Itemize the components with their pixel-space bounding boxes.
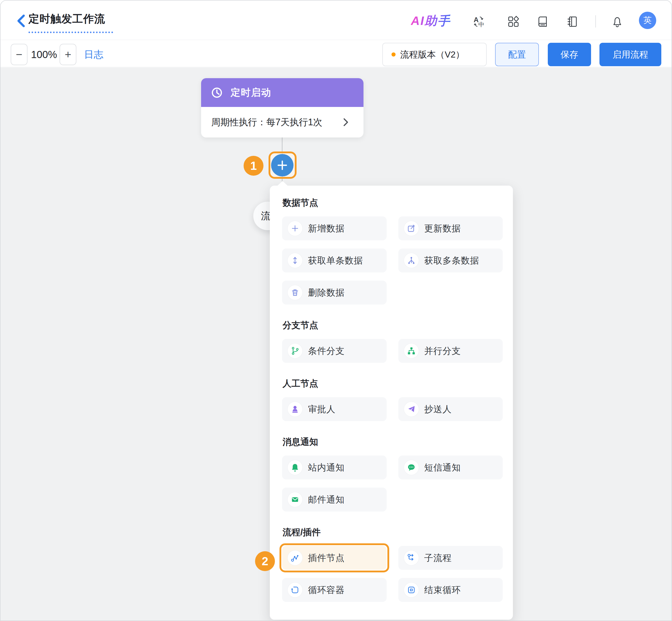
menu-section-title: 数据节点: [283, 197, 503, 209]
menu-item-subflow[interactable]: 子流程: [398, 546, 503, 570]
add-node-button[interactable]: [271, 154, 293, 176]
menu-item-label: 子流程: [424, 552, 452, 564]
menu-section: 数据节点新增数据更新数据获取单条数据获取多条数据删除数据: [282, 197, 503, 304]
single-record-icon: [288, 253, 302, 268]
bell-filled-icon: [288, 460, 302, 475]
trigger-node-header: 定时启动: [201, 78, 364, 107]
menu-item-label: 更新数据: [424, 222, 461, 235]
menu-section: 人工节点审批人抄送人: [282, 378, 503, 421]
apps-icon[interactable]: [507, 15, 520, 29]
menu-item-label: 插件节点: [308, 552, 345, 564]
edit-icon: [404, 221, 419, 236]
notification-bell-icon[interactable]: [611, 15, 624, 29]
menu-item-label: 获取单条数据: [308, 255, 363, 266]
menu-item-loop-container[interactable]: 循环容器: [282, 578, 387, 602]
menu-item-cc-person[interactable]: 抄送人: [398, 397, 503, 421]
book-icon[interactable]: [536, 15, 550, 29]
menu-item-label: 短信通知: [424, 462, 461, 473]
menu-section: 分支节点条件分支并行分支: [282, 319, 503, 363]
menu-arrow: [277, 181, 288, 186]
mail-icon: [288, 492, 302, 507]
trigger-node[interactable]: 定时启动 周期性执行：每7天执行1次: [201, 78, 364, 137]
menu-item-condition-branch[interactable]: 条件分支: [282, 339, 387, 363]
translate-icon[interactable]: A 中: [472, 15, 486, 29]
ai-assistant-logo[interactable]: AI助手: [411, 13, 451, 29]
plugin-icon: [288, 550, 302, 565]
menu-item-approver[interactable]: 审批人: [282, 397, 387, 421]
add-node-menu: 数据节点新增数据更新数据获取单条数据获取多条数据删除数据分支节点条件分支并行分支…: [270, 185, 513, 620]
menu-section-title: 消息通知: [283, 436, 503, 448]
loop-icon: [288, 583, 302, 597]
menu-section: 消息通知站内通知短信通知邮件通知: [282, 436, 503, 511]
app-header: 定时触发工作流 AI助手 A 中: [1, 1, 671, 40]
menu-section-title: 分支节点: [283, 319, 503, 331]
menu-item-sms-notification[interactable]: 短信通知: [398, 456, 503, 480]
menu-item-label: 站内通知: [308, 462, 345, 473]
header-divider: [595, 15, 596, 28]
org-chart-icon: [404, 343, 419, 358]
menu-item-get-single-data[interactable]: 获取单条数据: [282, 249, 387, 273]
page-title: 定时触发工作流: [29, 12, 105, 26]
trigger-node-title: 定时启动: [230, 86, 271, 99]
annotation-step-1: 1: [244, 156, 263, 176]
menu-item-delete-data[interactable]: 删除数据: [282, 281, 387, 304]
version-label: 流程版本（V2）: [400, 49, 465, 60]
menu-item-email-notification[interactable]: 邮件通知: [282, 488, 387, 511]
version-dot-icon: [391, 52, 395, 56]
enable-flow-button[interactable]: 启用流程: [599, 43, 661, 66]
menu-item-label: 新增数据: [308, 222, 345, 235]
end-loop-icon: [404, 583, 419, 597]
back-icon[interactable]: [15, 14, 27, 28]
trash-icon: [288, 285, 302, 300]
plus-icon: [276, 159, 288, 171]
svg-text:A: A: [474, 16, 479, 24]
flow-canvas[interactable]: 定时启动 周期性执行：每7天执行1次 流 1 数据节点新增数据更新数据获取单条数…: [1, 68, 671, 621]
log-link[interactable]: 日志: [84, 44, 103, 65]
flow-version-button[interactable]: 流程版本（V2）: [382, 43, 487, 66]
menu-item-label: 抄送人: [424, 403, 452, 415]
menu-item-label: 条件分支: [308, 345, 345, 357]
menu-item-label: 删除数据: [308, 287, 345, 299]
paper-plane-icon: [404, 402, 419, 417]
git-branch-icon: [288, 343, 302, 358]
save-button[interactable]: 保存: [548, 43, 591, 66]
chat-icon: [404, 460, 419, 475]
annotation-step-2: 2: [255, 551, 275, 571]
menu-item-parallel-branch[interactable]: 并行分支: [398, 339, 503, 363]
menu-item-site-notification[interactable]: 站内通知: [282, 456, 387, 480]
multi-record-icon: [404, 253, 419, 268]
svg-text:中: 中: [478, 21, 484, 28]
menu-item-update-data[interactable]: 更新数据: [398, 216, 503, 240]
zoom-level: 100%: [31, 44, 57, 65]
menu-item-label: 结束循环: [424, 584, 461, 596]
menu-section-title: 流程/插件: [283, 526, 503, 538]
menu-item-label: 审批人: [308, 403, 335, 415]
title-underline: [29, 32, 113, 33]
clock-icon: [210, 86, 224, 100]
zoom-out-button[interactable]: −: [11, 44, 28, 65]
trigger-node-config-row[interactable]: 周期性执行：每7天执行1次: [201, 107, 364, 137]
menu-item-label: 循环容器: [308, 584, 345, 596]
menu-item-plugin-node[interactable]: 插件节点: [282, 546, 387, 570]
menu-section: 流程/插件插件节点子流程循环容器结束循环: [282, 526, 503, 602]
config-button[interactable]: 配置: [495, 43, 539, 66]
zoom-in-button[interactable]: +: [59, 44, 76, 65]
menu-item-label: 获取多条数据: [424, 255, 479, 266]
editor-toolbar: − 100% + 日志 流程版本（V2） 配置 保存 启用流程: [1, 40, 671, 67]
workflow-editor-window: 定时触发工作流 AI助手 A 中: [0, 0, 672, 621]
plus-icon: [288, 221, 302, 236]
menu-item-get-multi-data[interactable]: 获取多条数据: [398, 249, 503, 273]
subflow-icon: [404, 550, 419, 565]
menu-item-end-loop[interactable]: 结束循环: [398, 578, 503, 602]
menu-item-label: 并行分支: [424, 345, 461, 357]
user-avatar[interactable]: 英: [639, 12, 656, 29]
trigger-schedule-text: 周期性执行：每7天执行1次: [211, 116, 322, 129]
menu-item-label: 邮件通知: [308, 494, 345, 506]
menu-item-add-data[interactable]: 新增数据: [282, 216, 387, 240]
notebook-icon[interactable]: [565, 15, 579, 29]
menu-section-title: 人工节点: [283, 378, 503, 389]
person-icon: [288, 402, 302, 417]
chevron-right-icon: [342, 118, 349, 127]
